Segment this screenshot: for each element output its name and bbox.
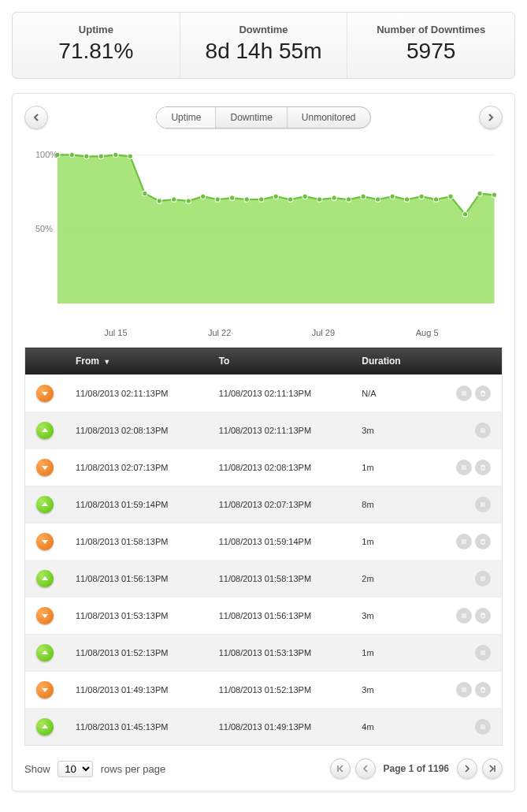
chart-prev-button[interactable] xyxy=(24,106,48,129)
cell-to: 11/08/2013 02:07:13PM xyxy=(208,486,351,523)
pager: Show 10 rows per page Page 1 of 1196 xyxy=(24,758,503,779)
cell-to: 11/08/2013 02:11:13PM xyxy=(208,412,351,449)
cell-to: 11/08/2013 01:52:13PM xyxy=(208,672,351,709)
row-details-button[interactable] xyxy=(475,719,491,735)
chart-xtick: Jul 29 xyxy=(272,328,376,337)
svg-point-28 xyxy=(433,197,438,203)
header-to[interactable]: To xyxy=(208,348,351,375)
rows-label: rows per page xyxy=(101,763,165,775)
pager-next-button[interactable] xyxy=(457,758,477,779)
cell-duration: 1m xyxy=(351,635,427,672)
chevron-left-icon xyxy=(362,765,369,773)
svg-point-3 xyxy=(69,152,74,158)
svg-point-14 xyxy=(230,196,235,201)
svg-point-10 xyxy=(172,197,176,203)
chart-xtick: Jul 22 xyxy=(168,328,272,337)
chart-next-button[interactable] xyxy=(479,106,503,129)
row-delete-button[interactable] xyxy=(475,460,491,475)
row-details-button[interactable] xyxy=(475,571,491,587)
table-row: 11/08/2013 01:58:13PM 11/08/2013 01:59:1… xyxy=(25,523,503,561)
chart-mode-segmented: Uptime Downtime Unmonitored xyxy=(156,106,370,129)
cell-from: 11/08/2013 01:58:13PM xyxy=(65,523,208,561)
row-delete-button[interactable] xyxy=(475,682,491,698)
pager-first-button[interactable] xyxy=(330,758,351,779)
cell-duration: 3m xyxy=(351,598,427,635)
cell-duration: 3m xyxy=(351,672,427,709)
row-details-button[interactable] xyxy=(475,423,491,438)
page-info: Page 1 of 1196 xyxy=(384,763,449,774)
row-details-button[interactable] xyxy=(456,460,472,475)
header-status[interactable] xyxy=(25,348,65,375)
chart-xtick: Aug 5 xyxy=(375,328,479,337)
chart-ytick-100: 100% xyxy=(35,150,58,159)
status-down-icon xyxy=(36,607,54,624)
cell-actions xyxy=(427,598,503,635)
svg-point-19 xyxy=(302,194,307,199)
status-down-icon xyxy=(36,459,54,476)
row-details-button[interactable] xyxy=(475,645,491,661)
row-delete-button[interactable] xyxy=(475,386,491,401)
svg-point-11 xyxy=(186,199,191,204)
cell-duration: 4m xyxy=(351,709,427,746)
cell-actions xyxy=(427,561,503,598)
segment-uptime[interactable]: Uptime xyxy=(157,107,216,128)
cell-actions xyxy=(427,672,503,709)
status-down-icon xyxy=(36,533,54,550)
cell-actions xyxy=(427,709,503,746)
row-details-button[interactable] xyxy=(456,608,472,624)
cell-actions xyxy=(427,486,503,523)
cell-from: 11/08/2013 02:07:13PM xyxy=(65,449,208,486)
cell-from: 11/08/2013 01:45:13PM xyxy=(65,709,208,746)
stat-downtime: Downtime 8d 14h 55m xyxy=(180,13,348,78)
cell-duration: 3m xyxy=(351,412,427,449)
table-row: 11/08/2013 02:11:13PM 11/08/2013 02:11:1… xyxy=(25,375,503,412)
table-row: 11/08/2013 01:56:13PM 11/08/2013 01:58:1… xyxy=(25,561,503,598)
row-details-button[interactable] xyxy=(475,497,491,512)
cell-duration: 1m xyxy=(351,523,427,561)
uptime-chart: 100% 50% xyxy=(24,139,503,312)
svg-point-5 xyxy=(98,154,103,159)
cell-actions xyxy=(427,449,503,486)
cell-from: 11/08/2013 02:11:13PM xyxy=(65,375,208,412)
cell-actions xyxy=(427,412,503,449)
rows-per-page-select[interactable]: 10 xyxy=(58,761,93,777)
stat-count: Number of Downtimes 5975 xyxy=(347,13,514,78)
row-details-button[interactable] xyxy=(456,682,472,698)
stat-uptime-value: 71.81% xyxy=(17,39,175,64)
stat-count-value: 5975 xyxy=(352,39,510,64)
table-row: 11/08/2013 01:52:13PM 11/08/2013 01:53:1… xyxy=(25,635,503,672)
header-from[interactable]: From ▼ xyxy=(65,348,208,375)
chart-xtick: Jul 15 xyxy=(64,328,168,337)
table-row: 11/08/2013 01:49:13PM 11/08/2013 01:52:1… xyxy=(25,672,503,709)
cell-to: 11/08/2013 02:08:13PM xyxy=(208,449,351,486)
main-panel: Uptime Downtime Unmonitored 100% 50% Jul… xyxy=(12,93,515,792)
row-details-button[interactable] xyxy=(456,534,472,549)
row-details-button[interactable] xyxy=(456,386,472,401)
cell-duration: 8m xyxy=(351,486,427,523)
cell-actions xyxy=(427,635,503,672)
segment-unmonitored[interactable]: Unmonitored xyxy=(288,107,370,128)
cell-from: 11/08/2013 01:53:13PM xyxy=(65,598,208,635)
status-up-icon xyxy=(36,644,54,661)
status-up-icon xyxy=(36,718,54,736)
chevron-left-icon xyxy=(32,114,40,121)
svg-point-12 xyxy=(201,194,206,199)
cell-duration: 2m xyxy=(351,561,427,598)
row-delete-button[interactable] xyxy=(475,534,491,549)
pager-prev-button[interactable] xyxy=(355,758,376,779)
chevron-right-icon xyxy=(487,114,495,121)
cell-from: 11/08/2013 01:59:14PM xyxy=(65,486,208,523)
svg-point-4 xyxy=(84,154,89,159)
svg-point-7 xyxy=(128,154,132,159)
pager-last-button[interactable] xyxy=(482,758,503,779)
chart-ytick-50: 50% xyxy=(35,224,53,233)
segment-downtime[interactable]: Downtime xyxy=(216,107,287,128)
stat-downtime-label: Downtime xyxy=(185,24,343,35)
status-up-icon xyxy=(36,496,54,513)
stat-downtime-value: 8d 14h 55m xyxy=(185,39,343,64)
row-delete-button[interactable] xyxy=(475,608,491,624)
header-duration[interactable]: Duration xyxy=(351,348,427,375)
svg-point-18 xyxy=(288,197,293,203)
svg-point-13 xyxy=(215,197,220,203)
table-row: 11/08/2013 01:59:14PM 11/08/2013 02:07:1… xyxy=(25,486,503,523)
